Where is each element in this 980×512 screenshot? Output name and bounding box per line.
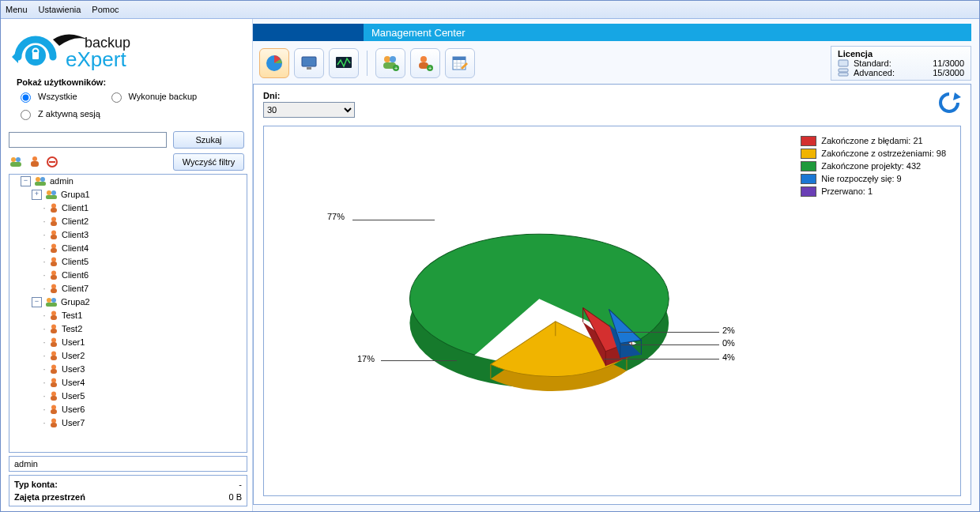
license-advanced-value: 15/3000 [933, 68, 964, 77]
users-icon[interactable] [9, 156, 23, 168]
disks-icon [838, 68, 849, 77]
user-icon [49, 324, 58, 334]
expand-icon[interactable]: + [32, 190, 42, 200]
tree-user-item[interactable]: ·Client6 [43, 269, 247, 282]
svg-rect-45 [51, 382, 57, 387]
svg-point-32 [51, 298, 56, 303]
tree-user-item[interactable]: ·Client3 [43, 228, 247, 242]
svg-rect-35 [51, 315, 57, 320]
tree-group1[interactable]: Grupa1 [61, 188, 90, 201]
tree-user-item[interactable]: ·Test2 [43, 322, 247, 336]
svg-point-11 [36, 177, 40, 182]
svg-point-44 [51, 378, 56, 383]
user-icon [49, 284, 58, 294]
svg-point-34 [51, 311, 56, 316]
user-tree[interactable]: − admin + Grupa1 ·Client1·Client2·Client… [9, 174, 247, 453]
tree-user-item[interactable]: ·User3 [43, 363, 247, 376]
tree-user-item[interactable]: ·Client1 [43, 201, 247, 215]
tree-user-item[interactable]: ·Client7 [43, 282, 247, 296]
svg-rect-51 [51, 423, 57, 427]
filter-radio-backup[interactable] [111, 92, 122, 103]
callout-4: 4% [722, 352, 735, 362]
tree-user-item[interactable]: ·User2 [43, 349, 247, 363]
user-icon [49, 337, 58, 348]
svg-point-12 [40, 177, 45, 182]
svg-rect-41 [51, 356, 57, 360]
filter-header: Pokaż użytkowników: [17, 77, 244, 87]
tree-user-item[interactable]: ·User4 [43, 376, 247, 390]
tree-user-item[interactable]: ·Client2 [43, 215, 247, 228]
svg-rect-30 [51, 288, 57, 293]
filter-label-active: Z aktywną sesją [38, 109, 100, 119]
svg-rect-33 [46, 303, 57, 307]
refresh-button[interactable] [937, 91, 961, 115]
block-icon[interactable] [47, 156, 58, 168]
user-icon [49, 418, 58, 428]
license-standard-value: 11/3000 [933, 58, 964, 68]
tree-user-item[interactable]: ·User1 [43, 336, 247, 349]
search-button[interactable]: Szukaj [173, 131, 244, 149]
callout-2: 2% [722, 326, 735, 335]
user-filter-panel: Pokaż użytkowników: Wszystkie Wykonuje b… [1, 76, 252, 130]
main-panel: Management Center + + [253, 19, 979, 511]
toolbar-calendar-button[interactable] [445, 48, 475, 78]
tree-user-item[interactable]: ·User6 [43, 403, 247, 416]
svg-rect-37 [51, 329, 57, 333]
user-icon [49, 391, 58, 401]
calendar-edit-icon [450, 54, 469, 73]
current-user-panel: admin [9, 456, 247, 472]
tree-user-item[interactable]: ·Client5 [43, 255, 247, 269]
svg-point-27 [51, 271, 56, 276]
space-label: Zajęta przestrzeń [14, 492, 85, 502]
days-label: Dni: [263, 91, 355, 100]
svg-point-46 [51, 392, 56, 397]
svg-rect-72 [839, 60, 848, 66]
expand-icon[interactable]: − [32, 297, 42, 307]
svg-rect-39 [51, 342, 57, 347]
add-users-icon: + [381, 54, 400, 73]
days-select[interactable]: 30 [263, 102, 355, 118]
svg-rect-6 [10, 162, 21, 167]
svg-point-57 [390, 56, 396, 62]
svg-rect-54 [307, 67, 311, 70]
svg-point-38 [51, 338, 56, 343]
tree-user-item[interactable]: ·User5 [43, 390, 247, 403]
user-icon [49, 311, 58, 321]
menu-item-settings[interactable]: Ustawienia [39, 5, 81, 14]
menu-item-help[interactable]: Pomoc [92, 5, 119, 14]
user-icon [49, 270, 58, 280]
clear-filters-button[interactable]: Wyczyść filtry [173, 153, 244, 171]
svg-point-25 [51, 258, 56, 262]
account-type-label: Typ konta: [14, 480, 58, 489]
group-icon [45, 297, 58, 308]
toolbar-activity-button[interactable] [329, 48, 359, 78]
tree-user-item[interactable]: ·User7 [43, 416, 247, 430]
svg-point-5 [16, 157, 21, 162]
current-user: admin [14, 459, 38, 469]
tree-user-item[interactable]: ·Test1 [43, 309, 247, 322]
toolbar-computers-button[interactable] [294, 48, 324, 78]
toolbar-dashboard-button[interactable] [259, 48, 289, 78]
expand-icon[interactable]: − [21, 176, 31, 186]
user-icon[interactable] [29, 156, 40, 168]
menu-item-menu[interactable]: Menu [6, 5, 28, 14]
license-box: Licencja Standard: 11/3000 Advanced: 15/… [831, 46, 971, 81]
svg-rect-20 [51, 221, 57, 226]
tree-root[interactable]: admin [50, 175, 74, 188]
filter-radio-all[interactable] [21, 92, 31, 103]
toolbar-add-user-button[interactable]: + [410, 48, 440, 78]
svg-rect-49 [51, 409, 57, 414]
page-title: Management Center [364, 24, 971, 41]
filter-radio-active[interactable] [21, 110, 31, 120]
search-input[interactable] [9, 132, 167, 148]
user-icon [49, 351, 58, 361]
svg-rect-18 [51, 208, 57, 213]
svg-point-40 [51, 352, 56, 356]
svg-point-48 [51, 405, 56, 410]
tree-group2[interactable]: Grupa2 [61, 296, 90, 309]
pie-chart-icon [265, 54, 284, 73]
account-info-panel: Typ konta: - Zajęta przestrzeń 0 B [9, 475, 247, 506]
tree-user-item[interactable]: ·Client4 [43, 242, 247, 255]
toolbar-add-users-button[interactable]: + [375, 48, 405, 78]
svg-point-36 [51, 325, 56, 329]
